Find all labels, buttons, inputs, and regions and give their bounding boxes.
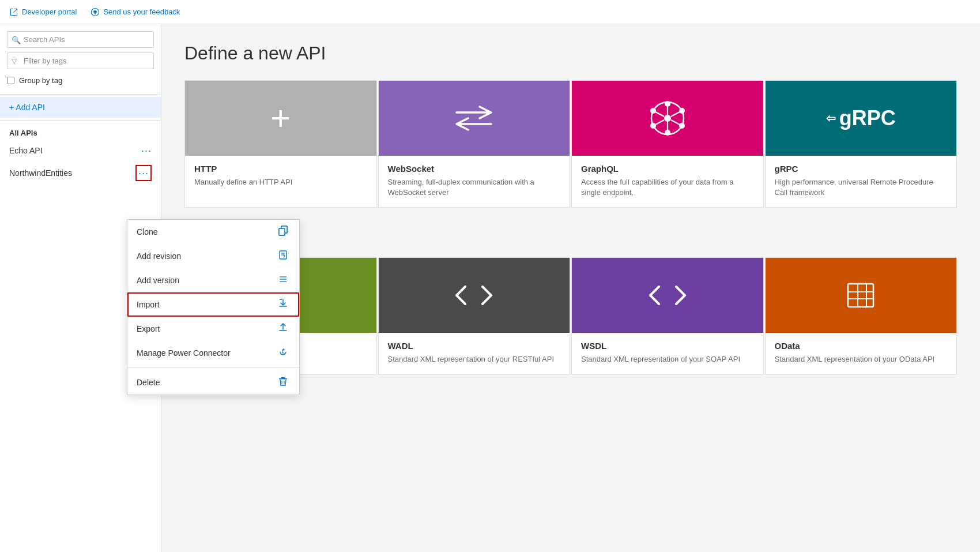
- graphql-icon: [647, 98, 688, 138]
- odata-card-icon-bg: [766, 258, 957, 333]
- search-container: 🔍: [7, 31, 154, 48]
- northwind-dots-menu[interactable]: ···: [135, 165, 152, 181]
- wsdl-code-icon: [647, 281, 688, 310]
- svg-line-27: [671, 120, 680, 125]
- sidebar-item-echo-api[interactable]: Echo API ···: [0, 141, 161, 160]
- wsdl-card-body: WSDL Standard XML representation of your…: [572, 333, 763, 374]
- add-version-icon: [276, 274, 290, 287]
- feedback-icon: [91, 7, 100, 17]
- api-card-graphql[interactable]: GraphQL Access the full capabilities of …: [571, 80, 764, 208]
- context-menu-divider: [127, 367, 299, 368]
- api-cards-grid-2: WADL Standard XML representation of your…: [184, 257, 957, 374]
- main-layout: 🔍 ▽ Group by tag + Add API All APIs Echo…: [0, 24, 980, 552]
- svg-line-29: [655, 120, 664, 125]
- svg-point-19: [650, 108, 656, 114]
- grpc-card-body: gRPC High performance, universal Remote …: [766, 156, 957, 207]
- developer-portal-link[interactable]: Developer portal: [9, 7, 77, 17]
- grpc-logo-text: ⇦ gRPC: [826, 106, 896, 130]
- svg-point-17: [665, 101, 670, 107]
- wadl-card-title: WADL: [388, 341, 561, 351]
- developer-portal-label: Developer portal: [22, 7, 77, 16]
- feedback-link[interactable]: Send us your feedback: [91, 7, 180, 17]
- api-cards-grid-1: + HTTP Manually define an HTTP API WebSo…: [184, 80, 957, 208]
- sidebar-item-northwind[interactable]: NorthwindEntities ···: [0, 160, 161, 186]
- top-bar: Developer portal Send us your feedback: [0, 0, 980, 24]
- feedback-label: Send us your feedback: [103, 7, 180, 16]
- wsdl-card-desc: Standard XML representation of your SOAP…: [581, 354, 754, 365]
- group-by-tag-label[interactable]: Group by tag: [19, 76, 62, 85]
- api-card-wsdl[interactable]: WSDL Standard XML representation of your…: [571, 257, 764, 374]
- graphql-card-title: GraphQL: [581, 164, 754, 174]
- wadl-card-icon-bg: [379, 258, 570, 333]
- export-label: Export: [137, 324, 276, 333]
- websocket-card-body: WebSocket Streaming, full-duplex communi…: [379, 156, 570, 207]
- context-menu-export[interactable]: Export: [127, 317, 299, 341]
- group-by-tag-checkbox[interactable]: [7, 77, 14, 84]
- svg-point-20: [679, 108, 685, 114]
- context-menu-add-version[interactable]: Add version: [127, 268, 299, 292]
- websocket-card-desc: Streaming, full-duplex communication wit…: [388, 177, 561, 198]
- api-card-http[interactable]: + HTTP Manually define an HTTP API: [184, 80, 377, 208]
- svg-rect-12: [279, 378, 287, 380]
- import-label: Import: [137, 300, 276, 309]
- svg-point-21: [650, 123, 656, 129]
- grpc-card-title: gRPC: [775, 164, 948, 174]
- svg-point-23: [664, 115, 671, 122]
- power-icon: [276, 347, 290, 359]
- manage-power-label: Manage Power Connector: [137, 348, 276, 358]
- wsdl-card-icon-bg: [572, 258, 763, 333]
- context-menu-manage-power[interactable]: Manage Power Connector: [127, 341, 299, 365]
- search-input[interactable]: [7, 31, 154, 48]
- grpc-card-desc: High performance, universal Remote Proce…: [775, 177, 948, 198]
- echo-api-dots-menu[interactable]: ···: [141, 145, 152, 156]
- context-menu-delete[interactable]: Delete: [127, 370, 299, 395]
- group-by-tag-row: Group by tag: [0, 74, 161, 92]
- websocket-card-title: WebSocket: [388, 164, 561, 174]
- api-card-odata[interactable]: OData Standard XML representation of you…: [765, 257, 958, 374]
- wadl-code-icon: [454, 281, 494, 310]
- section-subtitle: n definition: [184, 231, 957, 246]
- svg-rect-30: [848, 284, 873, 307]
- http-card-desc: Manually define an HTTP API: [194, 177, 367, 187]
- filter-input[interactable]: [7, 52, 154, 69]
- api-card-wadl[interactable]: WADL Standard XML representation of your…: [378, 257, 571, 374]
- svg-point-18: [665, 130, 670, 136]
- http-card-title: HTTP: [194, 164, 367, 174]
- grpc-card-icon-bg: ⇦ gRPC: [766, 81, 957, 156]
- context-menu-import[interactable]: Import: [127, 292, 299, 317]
- svg-rect-13: [281, 377, 285, 378]
- delete-label: Delete: [137, 378, 276, 387]
- wsdl-card-title: WSDL: [581, 341, 754, 351]
- svg-line-26: [655, 112, 664, 117]
- odata-table-icon: [843, 278, 878, 313]
- import-icon: [276, 298, 290, 311]
- search-icon: 🔍: [12, 35, 21, 44]
- add-api-label: + Add API: [9, 103, 45, 112]
- context-menu-clone[interactable]: Clone: [127, 220, 299, 244]
- http-card-icon-bg: +: [185, 81, 376, 156]
- filter-container: ▽: [7, 52, 154, 69]
- clone-icon: [276, 226, 290, 238]
- context-menu-add-revision[interactable]: Add revision: [127, 244, 299, 268]
- page-title: Define a new API: [184, 43, 957, 64]
- add-api-button[interactable]: + Add API: [0, 97, 161, 118]
- api-card-websocket[interactable]: WebSocket Streaming, full-duplex communi…: [378, 80, 571, 208]
- echo-api-name: Echo API: [9, 146, 43, 155]
- delete-icon: [276, 376, 290, 389]
- graphql-card-icon-bg: [572, 81, 763, 156]
- http-plus-icon: +: [270, 101, 291, 136]
- websocket-card-icon-bg: [379, 81, 570, 156]
- add-revision-icon: [276, 250, 290, 262]
- svg-rect-5: [279, 228, 285, 235]
- filter-icon: ▽: [12, 57, 17, 65]
- svg-point-1: [95, 14, 96, 14]
- northwind-api-name: NorthwindEntities: [9, 168, 72, 178]
- graphql-card-body: GraphQL Access the full capabilities of …: [572, 156, 763, 207]
- wadl-card-desc: Standard XML representation of your REST…: [388, 354, 561, 365]
- http-card-body: HTTP Manually define an HTTP API: [185, 156, 376, 197]
- graphql-card-desc: Access the full capabilities of your dat…: [581, 177, 754, 198]
- sidebar-divider-2: [0, 120, 161, 121]
- websocket-arrows-icon: [451, 101, 497, 136]
- svg-line-28: [671, 112, 680, 117]
- api-card-grpc[interactable]: ⇦ gRPC gRPC High performance, universal …: [765, 80, 958, 208]
